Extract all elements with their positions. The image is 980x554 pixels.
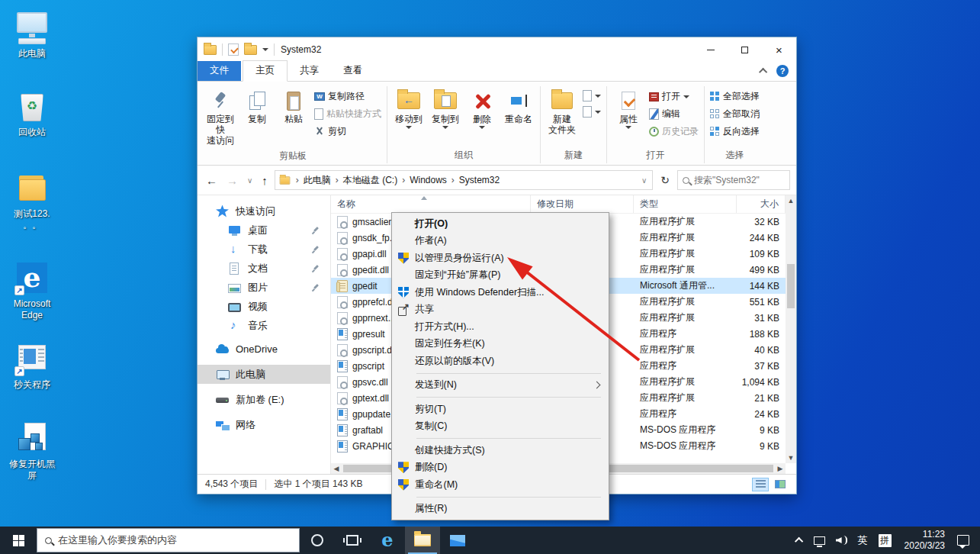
refresh-icon[interactable]: ↻ [657,174,673,186]
properties-button[interactable]: 属性 [610,86,647,130]
ime-indicator[interactable]: 拼 [873,527,897,554]
maximize-button[interactable] [728,37,762,62]
move-to-button[interactable]: 移动到 [390,86,427,130]
taskbar-mail-button[interactable] [440,527,475,554]
properties-icon[interactable] [228,43,239,56]
edit-button[interactable]: 编辑 [647,107,701,121]
menu-item-cut[interactable]: 剪切(T) [392,401,609,418]
menu-item-share[interactable]: 共享 [392,301,609,319]
new-folder-button[interactable]: 新建文件夹 [544,86,580,137]
help-icon[interactable]: ? [776,65,789,77]
menu-item-defender-scan[interactable]: 使用 Windows Defender扫描... [392,284,609,301]
select-none-button[interactable]: 全部取消 [708,107,762,121]
taskbar-edge-button[interactable]: e [370,527,405,554]
clock[interactable]: 11:23 2020/3/23 [897,529,953,552]
tab-home[interactable]: 主页 [243,60,288,82]
menu-item-send-to[interactable]: 发送到(N) [392,377,609,395]
desktop-icon-test-folder[interactable]: 测试123.。。 [0,169,64,231]
menu-item-copy[interactable]: 复制(C) [392,418,609,436]
sidebar-item-network[interactable]: 网络 [198,415,330,434]
start-button[interactable] [0,527,37,554]
breadcrumb-item[interactable]: System32 [459,175,500,185]
desktop-icon-recycle-bin[interactable]: ♻ 回收站 [0,88,64,138]
cut-button[interactable]: 剪切 [312,124,384,139]
search-input[interactable]: 搜索"System32" [677,170,790,190]
invert-selection-button[interactable]: 反向选择 [708,124,762,139]
copy-button[interactable]: 复制 [239,86,275,126]
sidebar-item-this-pc[interactable]: 此电脑 [198,365,330,384]
menu-item-create-shortcut[interactable]: 创建快捷方式(S) [392,442,609,459]
column-header-name[interactable]: 名称 [331,195,531,213]
taskbar-search-input[interactable]: 在这里输入你要搜索的内容 [37,528,300,552]
column-header-size[interactable]: 大小 [737,195,786,213]
thumbnail-view-button[interactable] [772,478,789,491]
menu-item-pin-to-start[interactable]: 固定到“开始”屏幕(P) [392,267,609,285]
breadcrumb-item[interactable]: 此电脑 [304,174,331,187]
paste-button[interactable]: 粘贴 [275,86,312,126]
column-header-type[interactable]: 类型 [634,195,737,213]
cortana-button[interactable] [300,527,335,554]
task-view-button[interactable] [335,527,370,554]
tab-share[interactable]: 共享 [288,61,331,81]
tab-file[interactable]: 文件 [198,61,241,81]
forward-button[interactable]: → [224,174,240,187]
desktop-icon-this-pc[interactable]: 此电脑 [0,9,64,60]
tab-view[interactable]: 查看 [331,61,374,81]
sidebar-item-onedrive[interactable]: OneDrive [198,340,330,359]
menu-item-pin-to-taskbar[interactable]: 固定到任务栏(K) [392,336,609,353]
qat-dropdown-icon[interactable] [262,48,268,51]
tray-expand-button[interactable] [792,527,808,554]
taskbar-explorer-button[interactable] [405,527,440,554]
action-center-icon[interactable] [957,535,969,546]
open-button[interactable]: 打开 [647,89,701,104]
select-all-button[interactable]: 全部选择 [708,89,762,104]
copy-to-button[interactable]: 复制到 [427,86,464,130]
menu-item-delete[interactable]: 删除(D) [392,459,609,477]
menu-item-run-as-admin[interactable]: 以管理员身份运行(A) [392,250,609,267]
minimize-button[interactable] [693,37,728,62]
sidebar-item-documents[interactable]: 文档 [198,259,330,278]
sidebar-item-new-volume[interactable]: 新加卷 (E:) [198,390,330,409]
vertical-scrollbar[interactable]: ▲▼ [786,195,796,463]
desktop-icon-app-shortcut[interactable]: ↗ 秒关程序 [0,340,64,391]
delete-button[interactable]: 删除 [464,86,500,130]
column-header-date[interactable]: 修改日期 [531,195,634,213]
breadcrumb-item[interactable]: 本地磁盘 (C:) [343,174,397,187]
language-indicator[interactable]: 英 [853,527,873,554]
sidebar-item-quick-access[interactable]: 快速访问 [198,201,330,221]
pin-icon [312,246,320,253]
breadcrumb[interactable]: ›此电脑 ›本地磁盘 (C:) ›Windows ›System32 ∨ [275,170,653,190]
menu-item-open[interactable]: 打开(O) [392,215,609,233]
sidebar-item-pictures[interactable]: 图片 [198,278,330,297]
rename-button[interactable]: 重命名 [500,86,537,126]
pin-to-quick-access-button[interactable]: 固定到快速访问 [202,86,239,147]
back-button[interactable]: ← [204,174,220,187]
sidebar-item-videos[interactable]: 视频 [198,297,330,316]
menu-item-rename[interactable]: 重命名(M) [392,476,609,494]
new-item-button[interactable] [580,89,603,102]
collapse-ribbon-icon[interactable] [759,68,767,76]
breadcrumb-item[interactable]: Windows [410,175,447,185]
desktop-icon-registry-fix[interactable]: 修复开机黑屏 [0,420,64,482]
sidebar-item-music[interactable]: 音乐 [198,316,330,335]
edge-icon: e [381,531,393,549]
close-button[interactable]: × [762,37,796,62]
menu-item-author[interactable]: 作者(A) [392,233,609,250]
desktop-icon-edge[interactable]: e↗ MicrosoftEdge [0,259,64,321]
new-folder-icon[interactable] [244,45,257,55]
address-dropdown-icon[interactable]: ∨ [639,176,649,185]
menu-item-properties[interactable]: 属性(R) [392,501,609,518]
sidebar-item-downloads[interactable]: 下载 [198,240,330,259]
history-button[interactable]: 历史记录 [647,124,701,139]
copy-path-button[interactable]: W复制路径 [312,89,384,104]
recent-locations-icon[interactable]: ∨ [245,176,255,185]
details-view-button[interactable] [752,478,769,491]
easy-access-button[interactable] [580,105,603,118]
menu-item-open-with[interactable]: 打开方式(H)... [392,318,609,336]
paste-shortcut-button[interactable]: 粘贴快捷方式 [312,107,384,121]
volume-tray-button[interactable] [831,527,853,554]
up-button[interactable]: ↑ [259,174,270,187]
menu-item-restore-versions[interactable]: 还原以前的版本(V) [392,353,609,370]
network-tray-button[interactable] [808,527,831,554]
sidebar-item-desktop[interactable]: 桌面 [198,221,330,240]
